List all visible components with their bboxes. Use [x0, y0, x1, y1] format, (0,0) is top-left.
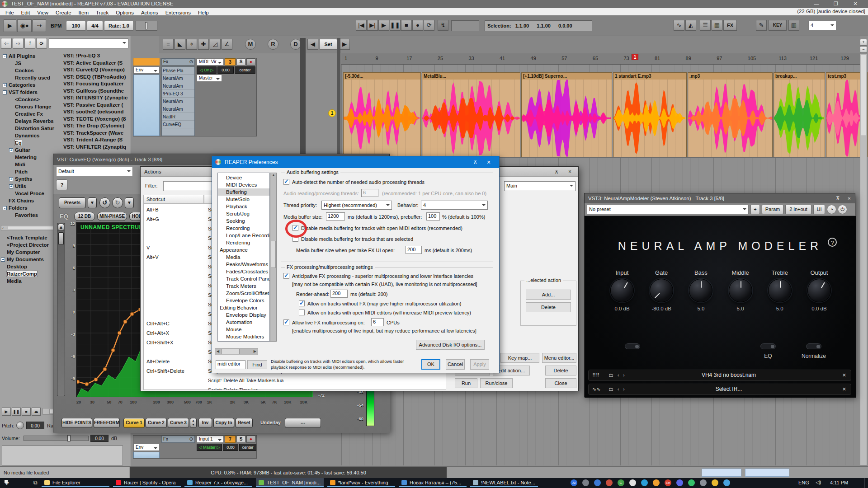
nam-model-bar[interactable]: ⠿⠿ 🗀 ‹ › VH4 3rd no boost.nam ✕: [588, 370, 851, 381]
vst-list-item[interactable]: VST: Active Equalizer (S: [63, 60, 130, 67]
close-button[interactable]: ✕: [850, 1, 860, 7]
12db-button[interactable]: 12 DB: [74, 212, 95, 221]
redo-button[interactable]: ↻: [112, 197, 123, 208]
env-combo-b[interactable]: Env: [133, 444, 160, 451]
up-button[interactable]: ⤴: [24, 38, 35, 49]
position-box[interactable]: [451, 20, 479, 31]
tree-item[interactable]: Vocal Proce: [1, 190, 61, 197]
actions-pin-icon[interactable]: ⊼: [555, 167, 558, 177]
grid-snap-icon[interactable]: ≡: [163, 39, 174, 50]
timesig-value[interactable]: 4/4: [87, 21, 103, 31]
fx-chain-item[interactable]: NeuralAm: [162, 82, 194, 90]
fx-chain-item[interactable]: NeuralAm: [162, 105, 194, 113]
nam-knob[interactable]: [610, 279, 634, 302]
vst-list-item[interactable]: VST: TEOTE (Voxengo) (8: [63, 116, 130, 123]
track-volume-value-b[interactable]: 0.00: [223, 444, 238, 451]
cpus-input[interactable]: 6: [371, 318, 384, 326]
rate-slider[interactable]: [136, 21, 157, 31]
gain-slider-thumb[interactable]: [58, 232, 64, 245]
pencil-icon[interactable]: ✎: [756, 20, 767, 31]
go-end-button[interactable]: ▶|: [367, 20, 378, 31]
tree-item[interactable]: Delays Reverbs: [1, 117, 61, 125]
delete-button-1[interactable]: Delete: [526, 302, 571, 312]
env-combo[interactable]: Env: [133, 66, 160, 74]
run-close-button[interactable]: Run/close: [480, 378, 513, 388]
master-toggle-b[interactable]: ◁ Master ▷: [197, 444, 222, 451]
taskbar-app[interactable]: File Explorer: [42, 478, 109, 487]
taskbar-app[interactable]: !NEWLABEL.txt - Note...: [470, 478, 538, 487]
tree-item[interactable]: <Cockos>: [1, 96, 61, 103]
nam-io-button[interactable]: 2 in+out: [785, 205, 811, 214]
tree-item[interactable]: Midi: [1, 161, 61, 168]
media-item[interactable]: [+1.10dB] Superno...: [521, 72, 612, 157]
curve-spinner[interactable]: ▲▼: [190, 418, 197, 428]
tree-item[interactable]: Favorites: [1, 211, 61, 219]
close-button-actions[interactable]: Close: [545, 378, 576, 388]
fx-chain-item[interactable]: CurveEQ: [162, 121, 194, 128]
fade-icon[interactable]: ◿: [210, 39, 221, 50]
curveeq-preset-combo[interactable]: Default: [56, 167, 133, 176]
hide-points-button[interactable]: HIDE POINTS: [61, 418, 92, 428]
vst-list-item[interactable]: VST: Gullfoss (Soundthe: [63, 88, 130, 95]
prebuffer-input[interactable]: 100: [426, 212, 440, 221]
tray-icon[interactable]: [629, 479, 636, 486]
tree-item[interactable]: Cockos: [1, 67, 61, 74]
threads-input[interactable]: 6: [361, 189, 378, 197]
tray-icon[interactable]: C: [618, 479, 624, 486]
media-item[interactable]: [-5.30d...: [343, 72, 421, 157]
nam-knob[interactable]: [729, 279, 752, 302]
taskbar-app[interactable]: Raizer | Spotify - Opera: [113, 478, 181, 487]
eq-tab[interactable]: EQ: [60, 213, 68, 220]
selection-start[interactable]: 1.1.00: [515, 23, 529, 28]
tree-item[interactable]: Eq: [1, 139, 61, 146]
nam-pin-icon[interactable]: ⊼: [836, 193, 840, 203]
forward-button[interactable]: ⇨: [13, 38, 24, 49]
fx-chain-item[interactable]: Phase Pla: [162, 67, 194, 75]
curve3-tab[interactable]: Curve 3: [168, 418, 189, 428]
selection-box[interactable]: Selection: 1.1.00 1.1.00 0.0.00: [485, 20, 592, 31]
advanced-disk-io-button[interactable]: Advanced Disk I/O options...: [416, 340, 485, 350]
master-send-combo[interactable]: Master: [197, 75, 222, 82]
m-button[interactable]: M: [245, 39, 256, 50]
vst-list-item[interactable]: VST: soothe2 (oeksound: [63, 108, 130, 116]
tray-icon[interactable]: En: [665, 479, 671, 486]
tray-icon[interactable]: [641, 479, 648, 486]
track-count-combo[interactable]: 4: [808, 21, 836, 30]
presets-button[interactable]: Presets: [59, 197, 86, 208]
nam-input-toggle[interactable]: [625, 343, 640, 349]
nam-titlebar[interactable]: VST3: NeuralAmpModeler (Steven Atkinson)…: [585, 193, 855, 203]
curveeq-help-button[interactable]: ?: [56, 179, 68, 190]
tree-item[interactable]: Dynamics: [1, 132, 61, 139]
vst-list-item[interactable]: VST: CurveEQ (Voxengo): [63, 66, 130, 74]
zoom-in-button[interactable]: +: [860, 39, 867, 46]
tree-item[interactable]: +Categories: [1, 81, 61, 89]
draw-icon[interactable]: ∠: [222, 39, 232, 50]
track-pan-value-b[interactable]: center: [239, 444, 256, 451]
bpm-value[interactable]: 100: [66, 21, 86, 31]
presets-menu-button[interactable]: ▼: [88, 197, 97, 208]
dock-splitter-1[interactable]: [300, 38, 306, 158]
grid-mixer-icon[interactable]: ▦: [712, 20, 722, 31]
record-button[interactable]: ◉●: [17, 19, 32, 32]
track-color-bar[interactable]: [133, 58, 160, 66]
volume-value[interactable]: 0.00: [90, 435, 108, 442]
nam-knob[interactable]: [768, 279, 792, 302]
reset-button[interactable]: Reset: [236, 418, 253, 428]
piano-icon[interactable]: ▥: [788, 20, 799, 31]
tray-icon[interactable]: [723, 479, 730, 486]
stop-button[interactable]: ■: [401, 20, 412, 31]
show-desktop-button[interactable]: [864, 478, 868, 488]
timeline-ruler[interactable]: 191725334149576573818997105113121129137 …: [341, 53, 860, 65]
vst-list-item[interactable]: VST: Focusing Equalizer: [63, 80, 130, 88]
nam-add-preset-button[interactable]: +: [750, 205, 760, 214]
tray-icon[interactable]: [676, 479, 683, 486]
actions-close-icon[interactable]: ×: [568, 167, 571, 177]
solo-button[interactable]: S: [236, 58, 245, 66]
next-button[interactable]: ▶: [339, 39, 350, 50]
solo-button-b[interactable]: S: [236, 436, 245, 443]
taskbar-app[interactable]: TEST_OF_NAM [modi...: [256, 478, 324, 487]
autodetect-checkbox[interactable]: [283, 179, 289, 185]
tree-item[interactable]: Creative Fx: [1, 110, 61, 117]
nam-normalize-toggle[interactable]: [806, 343, 821, 349]
copyto-button[interactable]: Copy to: [213, 418, 234, 428]
